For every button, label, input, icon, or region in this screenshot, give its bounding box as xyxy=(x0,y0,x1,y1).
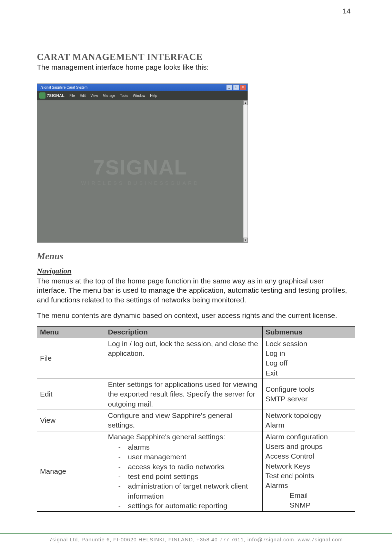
desc-list-item: administration of target network client … xyxy=(118,481,260,501)
section-heading-menus: Menus xyxy=(37,251,355,262)
window-title: 7signal Sapphire Carat System xyxy=(40,86,88,89)
menu-tools[interactable]: Tools xyxy=(120,94,128,98)
window-buttons: _ □ × xyxy=(226,84,246,90)
desc-list-item: alarms xyxy=(118,442,260,452)
desc-list-item: access keys to radio networks xyxy=(118,462,260,472)
menu-help[interactable]: Help xyxy=(150,94,157,98)
cell-submenus: Lock session Log in Log off Exit xyxy=(263,338,355,379)
desc-list-item: user management xyxy=(118,452,260,462)
navigation-para-1: The menus at the top of the home page fu… xyxy=(37,276,355,304)
submenu-item: Network Keys xyxy=(265,461,352,471)
th-description: Description xyxy=(105,327,263,338)
menu-window[interactable]: Window xyxy=(133,94,145,98)
scroll-down-icon[interactable]: ▼ xyxy=(243,238,248,242)
menu-view[interactable]: View xyxy=(91,94,98,98)
th-menu: Menu xyxy=(37,327,105,338)
window-titlebar: 7signal Sapphire Carat System _ □ × xyxy=(37,84,248,91)
th-submenus: Submenus xyxy=(263,327,355,338)
submenu-item: Exit xyxy=(265,368,352,378)
desc-list: alarms user management access keys to ra… xyxy=(118,442,260,511)
cell-description: Enter settings for applications used for… xyxy=(105,379,263,410)
app-screenshot: 7signal Sapphire Carat System _ □ × 7SIG… xyxy=(37,83,248,243)
submenu-item: Alarm xyxy=(265,420,352,430)
submenu-subitem: Email xyxy=(290,491,352,500)
submenu-item: Test end points xyxy=(265,471,352,481)
app-menubar: 7SIGNAL File Edit View Manage Tools Wind… xyxy=(37,91,248,100)
submenu-subitem: SNMP xyxy=(290,500,352,510)
subsection-heading-navigation: Navigation xyxy=(37,267,355,276)
cell-submenus: Configure tools SMTP server xyxy=(263,379,355,410)
cell-menu: View xyxy=(37,410,105,431)
app-logo-text: 7SIGNAL xyxy=(47,93,64,98)
submenu-item: Lock session xyxy=(265,339,352,349)
close-icon[interactable]: × xyxy=(240,84,246,90)
app-logo-icon xyxy=(39,92,46,99)
cell-menu: Manage xyxy=(37,431,105,512)
table-header-row: Menu Description Submenus xyxy=(37,327,355,338)
intro-text: The management interface home page looks… xyxy=(37,63,355,71)
watermark-logo: 7SIGNAL xyxy=(93,157,188,178)
menu-edit[interactable]: Edit xyxy=(80,94,86,98)
desc-list-item: settings for automatic reporting xyxy=(118,501,260,511)
menu-manage[interactable]: Manage xyxy=(103,94,115,98)
table-row: File Log in / log out, lock the session,… xyxy=(37,338,355,379)
submenu-item: Users and groups xyxy=(265,442,352,451)
scroll-up-icon[interactable]: ▲ xyxy=(243,100,248,105)
submenu-item: Log in xyxy=(265,349,352,358)
submenu-item: Alarms xyxy=(265,481,352,490)
desc-list-item: test end point settings xyxy=(118,472,260,481)
submenu-item: Access Control xyxy=(265,451,352,461)
page-number: 14 xyxy=(343,7,351,15)
desc-intro: Manage Sapphire's general settings: xyxy=(108,432,260,442)
submenu-item: SMTP server xyxy=(265,394,352,404)
maximize-icon[interactable]: □ xyxy=(233,84,239,90)
main-heading: CARAT MANAGEMENT INTERFACE xyxy=(37,52,355,62)
app-body: ▲ ▼ 7SIGNAL WIRELESS BUSINESSGUARD xyxy=(37,100,248,242)
watermark-subtitle: WIRELESS BUSINESSGUARD xyxy=(81,180,200,186)
cell-submenus: Network topology Alarm xyxy=(263,410,355,431)
table-row: View Configure and view Sapphire's gener… xyxy=(37,410,355,431)
table-row: Manage Manage Sapphire's general setting… xyxy=(37,431,355,512)
submenu-item: Configure tools xyxy=(265,384,352,394)
cell-submenus: Alarm configuration Users and groups Acc… xyxy=(263,431,355,512)
cell-menu: Edit xyxy=(37,379,105,410)
table-row: Edit Enter settings for applications use… xyxy=(37,379,355,410)
cell-description: Manage Sapphire's general settings: alar… xyxy=(105,431,263,512)
submenu-item: Network topology xyxy=(265,411,352,420)
page-footer: 7signal Ltd, Panuntie 6, FI-00620 HELSIN… xyxy=(0,533,392,542)
cell-description: Configure and view Sapphire's general se… xyxy=(105,410,263,431)
cell-description: Log in / log out, lock the session, and … xyxy=(105,338,263,379)
navigation-para-2: The menu contents are dynamic based on c… xyxy=(37,311,355,320)
menu-table: Menu Description Submenus File Log in / … xyxy=(37,326,355,512)
submenu-item: Log off xyxy=(265,358,352,368)
submenu-item: Alarm configuration xyxy=(265,432,352,442)
cell-menu: File xyxy=(37,338,105,379)
app-logo: 7SIGNAL xyxy=(39,92,64,99)
minimize-icon[interactable]: _ xyxy=(226,84,232,90)
menu-file[interactable]: File xyxy=(69,94,75,98)
